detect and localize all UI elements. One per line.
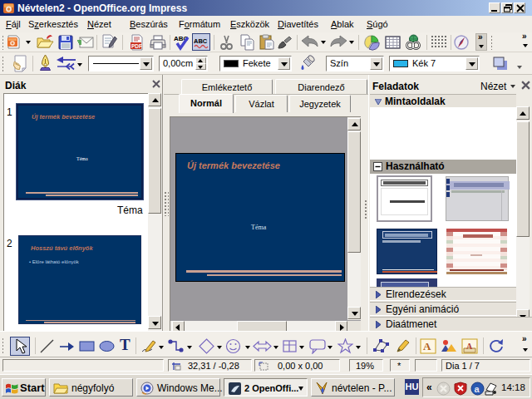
svg-text:PDF: PDF	[131, 43, 142, 49]
svg-text:ABC: ABC	[194, 37, 208, 45]
svg-text:A: A	[423, 340, 431, 352]
svg-text:A: A	[466, 342, 473, 351]
svg-text:a: a	[475, 384, 480, 394]
